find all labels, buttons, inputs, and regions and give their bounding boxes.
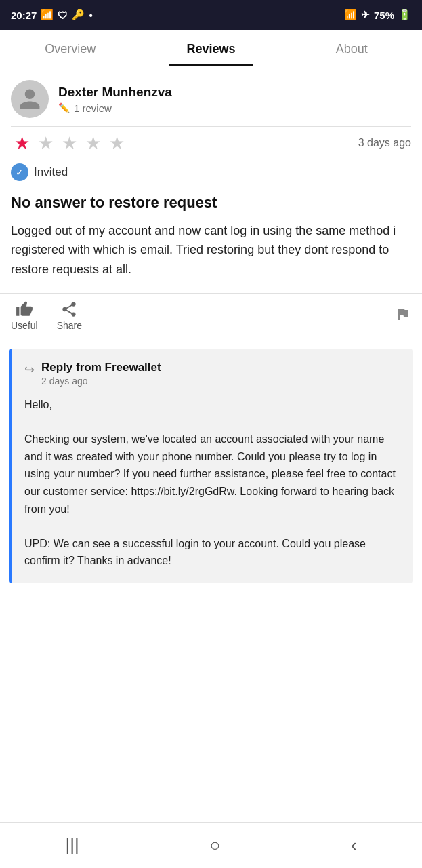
status-bar: 20:27 📶 🛡 🔑 • 📶 ✈ 75% 🔋 [0,0,422,30]
dot-icon: • [89,9,92,21]
avatar [11,80,49,118]
reply-body: Hello, Checking our system, we've locate… [24,396,400,570]
useful-label: Useful [11,320,38,331]
invited-label: Invited [34,165,68,179]
reply-from: Reply from Freewallet [41,361,161,374]
tab-reviews[interactable]: Reviews [141,30,282,66]
star-rating: ★ ★ ★ ★ ★ [11,132,127,154]
useful-button[interactable]: Useful [11,300,38,331]
nav-back-icon[interactable]: ‹ [337,828,371,863]
reviewer-meta: ✏️ 1 review [58,102,172,114]
airplane-icon: ✈ [361,9,370,21]
star-1: ★ [11,132,33,154]
wifi-icon: 📶 [344,9,357,21]
bottom-nav: ||| ○ ‹ [0,822,422,868]
nav-tabs: Overview Reviews About [0,30,422,66]
reply-text-1: Checking our system, we've located an ac… [24,433,396,514]
status-indicators: 📶 ✈ 75% 🔋 [344,9,411,21]
rating-row: ★ ★ ★ ★ ★ 3 days ago [0,127,422,159]
nav-menu-icon[interactable]: ||| [51,828,92,863]
star-2: ★ [35,132,56,154]
signal-icon: 📶 [41,9,54,21]
clock: 20:27 [11,9,37,21]
flag-button[interactable] [395,306,411,325]
star-3: ★ [58,132,80,154]
reviewer-header: Dexter Munhenzva ✏️ 1 review [0,66,422,126]
review-time: 3 days ago [358,137,411,149]
action-row: Useful Share [0,293,422,342]
battery-level: 75% [374,9,394,21]
nav-home-icon[interactable]: ○ [196,828,234,863]
check-icon: ✓ [11,163,28,181]
reviewer-info: Dexter Munhenzva ✏️ 1 review [58,85,172,114]
review-card: Dexter Munhenzva ✏️ 1 review ★ ★ ★ ★ ★ 3… [0,66,422,342]
reply-arrow-icon: ↪ [24,362,35,377]
tab-about[interactable]: About [281,30,422,66]
share-label: Share [57,320,82,331]
invited-badge: ✓ Invited [0,159,422,191]
review-body: Logged out of my account and now cant lo… [0,221,422,293]
share-button[interactable]: Share [57,300,82,331]
reply-text-2: UPD: We can see a successful login to yo… [24,538,366,567]
reviewer-name: Dexter Munhenzva [58,85,172,100]
edit-icon: ✏️ [58,102,70,113]
review-title: No answer to restore request [0,191,422,221]
reply-header: ↪ Reply from Freewallet 2 days ago [24,361,400,387]
star-4: ★ [82,132,104,154]
reply-greeting: Hello, [24,399,52,410]
key-icon: 🔑 [72,9,85,21]
reply-time: 2 days ago [41,376,161,387]
tab-overview[interactable]: Overview [0,30,141,66]
reply-section: ↪ Reply from Freewallet 2 days ago Hello… [9,349,413,583]
status-time-area: 20:27 📶 🛡 🔑 • [11,9,93,21]
review-count: 1 review [74,102,112,114]
sim-icon: 🛡 [58,9,68,21]
battery-icon: 🔋 [398,9,411,21]
reply-meta: Reply from Freewallet 2 days ago [41,361,161,387]
star-5: ★ [106,132,127,154]
